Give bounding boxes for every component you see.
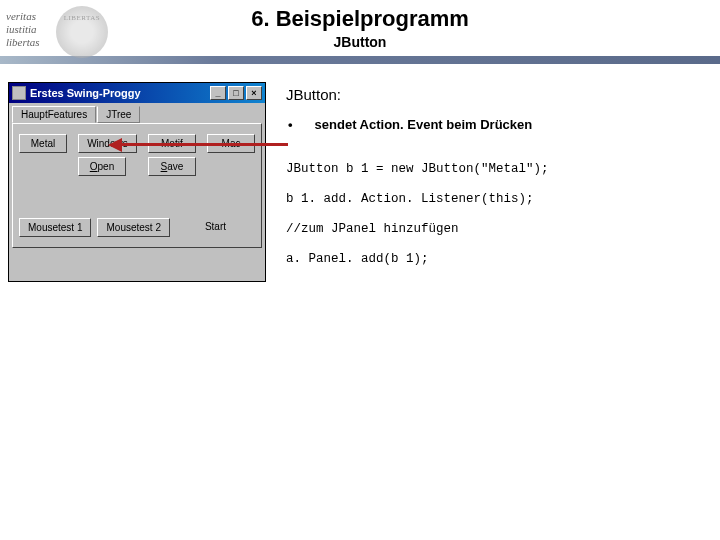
swing-window: Erstes Swing-Proggy _ □ × HauptFeatures … (8, 82, 266, 282)
page-title: 6. Beispielprogramm (0, 6, 720, 32)
test-actions-row: Mousetest 1 Mousetest 2 Start (19, 218, 255, 237)
code-line-1: JButton b 1 = new JButton("Metal"); (286, 162, 690, 176)
mac-button[interactable]: Mac (207, 134, 255, 153)
university-seal-icon: LIBERTAS (56, 6, 108, 58)
look-and-feel-row: Metal Windows Motif Mac (19, 134, 255, 153)
section-heading: JButton: (286, 86, 690, 103)
motto-line: veritas (6, 10, 40, 23)
code-line-2: b 1. add. Action. Listener(this); (286, 192, 690, 206)
bullet-text: sendet Action. Event beim Drücken (315, 117, 533, 132)
mousetest1-button[interactable]: Mousetest 1 (19, 218, 91, 237)
tab-bar: HauptFeatures JTree (9, 103, 265, 123)
motif-button[interactable]: Motif (148, 134, 196, 153)
close-button[interactable]: × (246, 86, 262, 100)
window-controls: _ □ × (210, 86, 262, 100)
windows-button[interactable]: Windows (78, 134, 137, 153)
mousetest2-button[interactable]: Mousetest 2 (97, 218, 169, 237)
page-subtitle: JButton (0, 34, 720, 50)
bullet-marker-icon: • (288, 117, 293, 132)
mnemonic: S (161, 161, 168, 172)
motto-line: libertas (6, 36, 40, 49)
window-titlebar: Erstes Swing-Proggy _ □ × (9, 83, 265, 103)
open-button[interactable]: Open (78, 157, 126, 176)
university-motto: veritas iustitia libertas (6, 10, 40, 50)
tab-hauptfeatures[interactable]: HauptFeatures (12, 106, 96, 123)
seal-label: LIBERTAS (56, 14, 108, 22)
code-line-4: a. Panel. add(b 1); (286, 252, 690, 266)
window-title: Erstes Swing-Proggy (30, 87, 210, 99)
slide-header: veritas iustitia libertas LIBERTAS 6. Be… (0, 0, 720, 64)
file-actions-row: Open Save (19, 157, 255, 176)
minimize-button[interactable]: _ (210, 86, 226, 100)
panel-body: Metal Windows Motif Mac Open Save Mouset… (12, 123, 262, 248)
content-area: Erstes Swing-Proggy _ □ × HauptFeatures … (0, 64, 720, 282)
motto-line: iustitia (6, 23, 40, 36)
explanation-column: JButton: • sendet Action. Event beim Drü… (284, 82, 690, 282)
bullet-item: • sendet Action. Event beim Drücken (288, 117, 690, 132)
maximize-button[interactable]: □ (228, 86, 244, 100)
mnemonic: O (90, 161, 98, 172)
tab-jtree[interactable]: JTree (97, 106, 140, 123)
start-button[interactable]: Start (176, 218, 255, 237)
save-button[interactable]: Save (148, 157, 196, 176)
window-app-icon (12, 86, 26, 100)
code-comment: //zum JPanel hinzufügen (286, 222, 690, 236)
header-divider (0, 56, 720, 64)
metal-button[interactable]: Metal (19, 134, 67, 153)
